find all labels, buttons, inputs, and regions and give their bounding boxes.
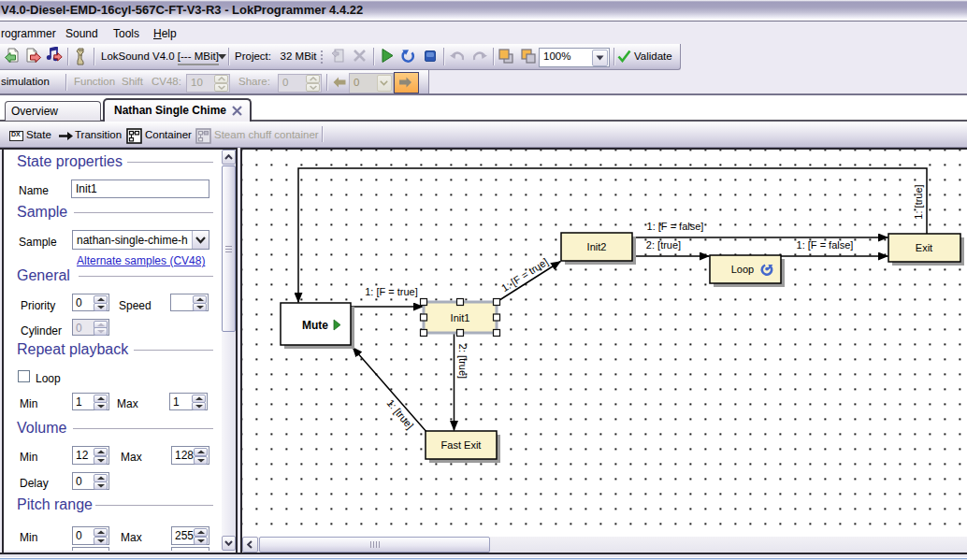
svg-text:1: [F = true]: 1: [F = true] (365, 286, 418, 297)
svg-text:1: [F = false]: 1: [F = false] (647, 221, 704, 232)
svg-text:Loop: Loop (731, 264, 754, 275)
svg-text:1: [F = false]: 1: [F = false] (797, 239, 854, 251)
svg-text:Init1: Init1 (451, 312, 470, 323)
svg-text:Init2: Init2 (587, 241, 607, 252)
svg-text:2: [true]: 2: [true] (646, 239, 681, 251)
svg-text:Mute: Mute (302, 319, 328, 332)
svg-text:1: [true]: 1: [true] (913, 184, 924, 219)
svg-text:Exit: Exit (916, 242, 932, 253)
svg-text:1: [F = true]: 1: [F = true] (499, 256, 550, 294)
svg-text:Fast Exit: Fast Exit (441, 439, 482, 451)
svg-text:2: [true]: 2: [true] (457, 344, 469, 379)
